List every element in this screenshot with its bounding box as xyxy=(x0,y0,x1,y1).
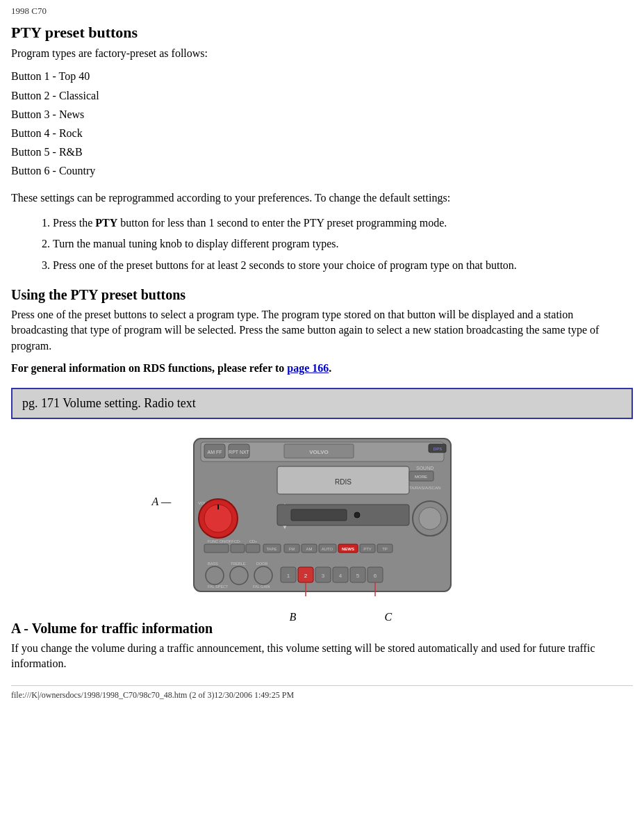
pty-intro: Program types are factory-preset as foll… xyxy=(11,46,633,61)
using-pty-text: Press one of the preset buttons to selec… xyxy=(11,307,633,354)
label-b: B xyxy=(290,611,297,623)
svg-point-25 xyxy=(354,512,360,518)
page-banner: pg. 171 Volume setting. Radio text xyxy=(11,388,633,419)
svg-text:VOLVO: VOLVO xyxy=(309,449,328,455)
svg-point-51 xyxy=(206,566,224,584)
svg-text:RPT NXT: RPT NXT xyxy=(229,450,250,455)
svg-rect-31 xyxy=(246,544,260,553)
svg-text:NEWS: NEWS xyxy=(342,547,354,551)
svg-text:SOUND: SOUND xyxy=(416,466,434,471)
svg-text:4: 4 xyxy=(338,573,342,579)
svg-text:TA/RAS/A/SCAN: TA/RAS/A/SCAN xyxy=(409,486,440,490)
svg-text:CD+: CD+ xyxy=(249,539,257,543)
svg-rect-24 xyxy=(291,509,347,521)
svg-text:BASS: BASS xyxy=(208,562,218,566)
svg-text:TP: TP xyxy=(382,547,388,551)
svg-point-53 xyxy=(254,566,272,584)
svg-text:6: 6 xyxy=(373,573,377,579)
svg-point-47 xyxy=(419,507,441,530)
svg-text:FAL GAIN: FAL GAIN xyxy=(253,584,270,589)
svg-text:AM: AM xyxy=(306,547,312,551)
step-3: Press one of the preset buttons for at l… xyxy=(53,258,633,273)
section-a-text: If you change the volume during a traffi… xyxy=(11,641,633,672)
step-2: Turn the manual tuning knob to display d… xyxy=(53,236,633,252)
radio-image-container: A — B C AM FF RPT NXT VOLVO DPS RDIS xyxy=(11,432,633,608)
list-item: Button 6 - Country xyxy=(11,161,633,180)
footer: file:///K|/ownersdocs/1998/1998_C70/98c7… xyxy=(11,685,633,701)
list-item: Button 2 - Classical xyxy=(11,86,633,105)
svg-text:FAL SPECT: FAL SPECT xyxy=(208,584,229,589)
using-pty-heading: Using the PTY preset buttons xyxy=(11,287,633,303)
list-item: Button 1 - Top 40 xyxy=(11,67,633,85)
svg-point-52 xyxy=(230,566,248,584)
svg-text:FUNC ON/OFF: FUNC ON/OFF xyxy=(208,539,234,543)
svg-text:1: 1 xyxy=(286,573,290,579)
svg-text:PTY: PTY xyxy=(363,547,372,551)
label-a: A — xyxy=(152,496,172,508)
svg-text:AM FF: AM FF xyxy=(207,450,222,455)
rds-note: For general information on RDS functions… xyxy=(11,361,633,376)
svg-text:TAPE: TAPE xyxy=(266,547,276,551)
svg-rect-29 xyxy=(231,544,245,553)
svg-text:MORE: MORE xyxy=(415,475,427,479)
list-item: Button 3 - News xyxy=(11,105,633,124)
list-item: Button 5 - R&B xyxy=(11,142,633,161)
steps-list: Press the PTY button for less than 1 sec… xyxy=(53,215,633,273)
list-item: Button 4 - Rock xyxy=(11,124,633,142)
svg-text:DPS: DPS xyxy=(433,447,441,451)
pty-heading: PTY preset buttons xyxy=(11,24,633,42)
page-166-link[interactable]: page 166 xyxy=(287,362,329,374)
svg-text:DOOR: DOOR xyxy=(256,562,268,566)
section-a: A - Volume for traffic information If yo… xyxy=(11,621,633,672)
svg-text:CD-: CD- xyxy=(234,539,241,543)
svg-text:FM: FM xyxy=(288,547,295,551)
svg-text:TREBLE: TREBLE xyxy=(231,562,246,566)
svg-text:5: 5 xyxy=(356,573,359,579)
reprogrammed-text: These settings can be reprogrammed accor… xyxy=(11,190,633,206)
step-1: Press the PTY button for less than 1 sec… xyxy=(53,215,633,231)
page-title: 1998 C70 xyxy=(11,6,633,17)
radio-svg: AM FF RPT NXT VOLVO DPS RDIS SOUND MORE … xyxy=(187,432,458,605)
label-c: C xyxy=(385,611,393,623)
svg-text:RDIS: RDIS xyxy=(335,478,352,486)
rds-note-before: For general information on RDS functions… xyxy=(11,362,287,374)
svg-text:2: 2 xyxy=(304,573,307,579)
preset-list: Button 1 - Top 40 Button 2 - Classical B… xyxy=(11,67,633,180)
svg-text:AUTO: AUTO xyxy=(321,547,333,551)
svg-text:3: 3 xyxy=(321,573,324,579)
pty-bold: PTY xyxy=(95,217,117,229)
rds-note-after: . xyxy=(329,362,331,374)
svg-rect-27 xyxy=(204,544,229,553)
section-a-heading: A - Volume for traffic information xyxy=(11,621,633,637)
